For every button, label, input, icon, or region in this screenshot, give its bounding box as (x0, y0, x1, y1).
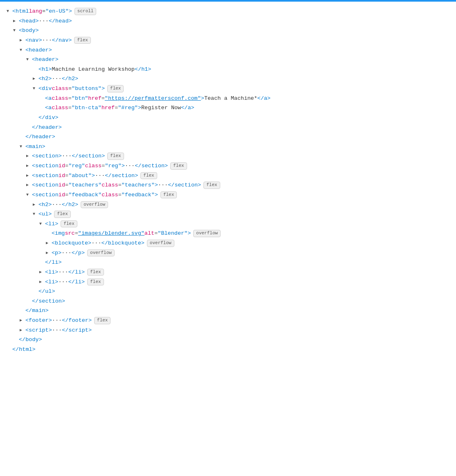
layout-badge: flex (61, 220, 77, 227)
expand-triangle[interactable] (13, 27, 19, 34)
layout-badge: flex (94, 317, 111, 324)
collapse-triangle[interactable] (26, 172, 32, 180)
line-li-close: </li> (7, 258, 449, 267)
line-nav: <nav>···</nav>flex (7, 36, 449, 45)
layout-badge: flex (140, 172, 157, 179)
line-head: <head>···</head> (7, 16, 449, 26)
line-header-inner-open: <header> (7, 55, 449, 65)
line-div-close: </div> (7, 113, 449, 123)
line-header-inner-close: </header> (7, 123, 449, 132)
line-li-3: <li>···</li>flex (7, 277, 449, 287)
layout-badge: flex (107, 85, 124, 92)
line-section-1: <section>···</section>flex (7, 151, 449, 161)
line-h2: <h2>···</h2> (7, 74, 449, 84)
line-html-close: </html> (7, 345, 449, 355)
layout-badge: flex (54, 211, 70, 218)
line-section-teachers: <section id="teachers" class="teachers">… (7, 180, 449, 190)
expand-triangle[interactable] (7, 8, 12, 15)
line-h2-feedback: <h2>···</h2>overflow (7, 200, 449, 210)
collapse-triangle[interactable] (39, 269, 45, 276)
layout-badge: overflow (193, 230, 221, 237)
collapse-triangle[interactable] (26, 153, 32, 160)
line-ul-open: <ul>flex (7, 209, 449, 219)
line-html: <html lang="en-US">scroll (7, 7, 449, 16)
collapse-triangle[interactable] (26, 182, 32, 189)
layout-badge: flex (170, 162, 187, 169)
line-body-close: </body> (7, 335, 449, 345)
collapse-triangle[interactable] (33, 201, 38, 209)
line-footer: <footer>···</footer>flex (7, 316, 449, 326)
expand-triangle[interactable] (26, 191, 32, 199)
line-script: <script>···</script> (7, 326, 449, 335)
line-blockquote: <blockquote>···</blockquote>overflow (7, 238, 449, 248)
expand-triangle[interactable] (39, 220, 45, 228)
line-p: <p>···</p>overflow (7, 248, 449, 258)
collapse-triangle[interactable] (20, 37, 25, 44)
collapse-triangle[interactable] (39, 278, 45, 286)
line-header-outer-close: </header> (7, 132, 449, 142)
layout-badge: overflow (147, 240, 174, 247)
expand-triangle[interactable] (33, 85, 38, 92)
collapse-triangle[interactable] (20, 327, 25, 334)
line-main-open: <main> (7, 142, 449, 152)
line-section-feedback-open: <section id="feedback" class="feedback">… (7, 190, 449, 200)
collapse-triangle[interactable] (46, 240, 52, 247)
expand-triangle[interactable] (20, 143, 25, 150)
line-a-btn-cta: <a class="btn-cta" href="#reg">Register … (7, 103, 449, 113)
layout-badge: flex (160, 191, 177, 198)
code-view: <html lang="en-US">scroll<head>···</head… (0, 2, 456, 359)
collapse-triangle[interactable] (20, 317, 25, 324)
line-section-reg: <section id="reg" class="reg">···</secti… (7, 161, 449, 171)
layout-badge: overflow (87, 249, 115, 256)
line-section-feedback-close: </section> (7, 296, 449, 306)
line-header-outer-open: <header> (7, 45, 449, 55)
layout-badge: flex (74, 37, 90, 44)
collapse-triangle[interactable] (26, 162, 32, 170)
collapse-triangle[interactable] (13, 18, 19, 25)
line-li-open: <li>flex (7, 219, 449, 229)
layout-badge: overflow (81, 201, 108, 208)
collapse-triangle[interactable] (33, 75, 38, 83)
line-h1: <h1>Machine Learning Workshop</h1> (7, 65, 449, 74)
expand-triangle[interactable] (33, 211, 38, 218)
layout-badge: flex (107, 153, 124, 159)
line-body-open: <body> (7, 26, 449, 36)
line-section-about: <section id="about">···</section>flex (7, 171, 449, 181)
line-div-buttons: <div class="buttons">flex (7, 84, 449, 94)
expand-triangle[interactable] (26, 56, 32, 63)
layout-badge: flex (87, 269, 104, 276)
line-ul-close: </ul> (7, 287, 449, 296)
line-li-2: <li>···</li>flex (7, 267, 449, 277)
line-a-btn: <a class="btn" href="https://perfmatters… (7, 94, 449, 103)
collapse-triangle[interactable] (46, 249, 52, 257)
line-img: <img src="images/blender.svg" alt="Blend… (7, 229, 449, 238)
expand-triangle[interactable] (20, 47, 25, 54)
layout-badge: scroll (74, 8, 97, 15)
layout-badge: flex (87, 278, 104, 285)
layout-badge: flex (203, 182, 220, 189)
line-main-close: </main> (7, 306, 449, 316)
